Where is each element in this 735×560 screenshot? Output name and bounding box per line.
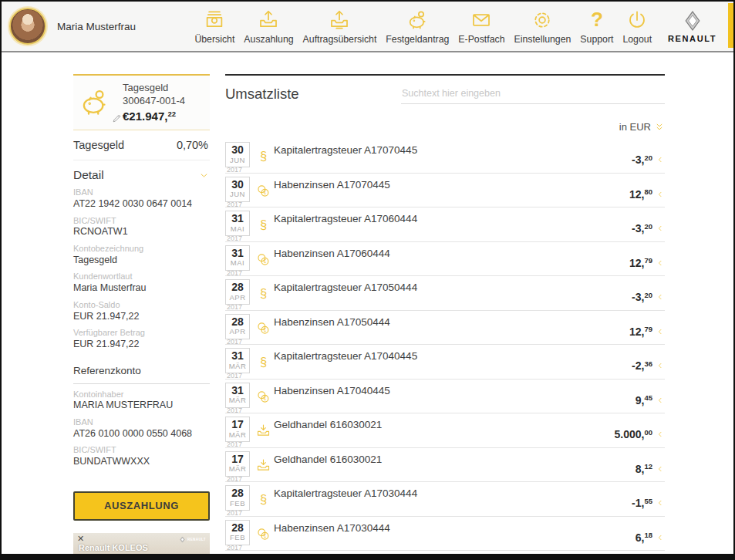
chevron-left-icon — [656, 465, 664, 473]
nav-item[interactable]: Einstellungen — [514, 7, 572, 46]
field-label: Kontoinhaber — [73, 390, 210, 400]
transaction-row[interactable]: 28 FEB 2017 Kapitalertragsteuer A1703044… — [225, 482, 665, 517]
renault-diamond-icon — [681, 9, 704, 32]
piggy-icon — [406, 8, 429, 32]
koleos-ad-banner[interactable]: ✕ Renault KOLEOS Crossover by Renault JE… — [73, 533, 210, 560]
main-navigation: Übersicht Auszahlung Auftragsübersicht F… — [194, 7, 657, 46]
nav-item[interactable]: Auszahlung — [243, 7, 294, 46]
rate-label: Tagesgeld — [73, 139, 124, 151]
transaction-row[interactable]: 28 APR 2017 Kapitalertragsteuer A1705044… — [225, 276, 665, 311]
field-value: MARIA MUSTERFRAU — [73, 400, 210, 412]
transaction-row[interactable]: 31 MÄR 2017 Kapitalertragsteuer A1704044… — [225, 345, 665, 380]
detail-fields: IBAN AT22 1942 0030 0647 0014 BIC/SWIFT … — [73, 187, 210, 350]
edit-pencil-icon[interactable] — [112, 113, 122, 123]
nav-item-label: Übersicht — [194, 34, 234, 45]
transaction-year: 2017 — [227, 338, 242, 346]
transaction-row[interactable]: 31 MÄR 2017 Habenzinsen A17040445 9,45 — [225, 380, 665, 414]
field-value: Tagesgeld — [73, 255, 210, 267]
nav-item[interactable]: E-Postfach — [457, 7, 505, 46]
nav-item-label: E-Postfach — [458, 34, 504, 45]
ad-title: Renault KOLEOS — [79, 543, 148, 552]
close-icon[interactable]: ✕ — [77, 535, 84, 543]
reference-fields: Kontoinhaber MARIA MUSTERFRAU IBAN AT26 … — [73, 390, 210, 468]
field-label: Kontobezeichnung — [73, 244, 210, 255]
paragraph-icon — [255, 148, 271, 164]
account-number: 300647-001-4 — [123, 95, 185, 108]
transaction-day: 30 — [226, 179, 249, 191]
chevron-left-icon — [656, 224, 664, 232]
nav-item[interactable]: Logout — [622, 7, 652, 46]
nav-item[interactable]: Auftragsübersicht — [302, 7, 378, 46]
transaction-date: 28 FEB — [225, 520, 250, 545]
payout-button[interactable]: AUSZAHLUNG — [73, 491, 210, 521]
chevron-left-icon — [656, 396, 664, 404]
transaction-amount: -2,36 — [632, 359, 652, 372]
account-product: Tagesgeld — [123, 82, 185, 95]
transaction-month: FEB — [226, 533, 249, 541]
transactions-panel: Umsatzliste in EUR 30 JUN 2017 Kapitaler… — [225, 74, 665, 551]
nav-item[interactable]: Übersicht — [194, 7, 235, 46]
transaction-description: Habenzinsen A17070445 — [274, 179, 390, 191]
user-name: Maria Musterfrau — [57, 21, 136, 32]
field-value: RCNOATW1 — [73, 226, 210, 238]
field-label: IBAN — [73, 417, 210, 428]
transaction-day: 28 — [226, 487, 249, 499]
transaction-row[interactable]: 17 MÄR 2017 Geldhandel 616030021 5.000,0… — [225, 413, 665, 448]
sort-descending-icon — [654, 122, 665, 133]
detail-field: Kontobezeichnung Tagesgeld — [73, 244, 210, 266]
transaction-description: Kapitalertragsteuer A17060444 — [274, 213, 417, 224]
transaction-date: 17 MÄR — [225, 451, 250, 477]
transaction-date: 31 MÄR — [225, 383, 250, 408]
nav-item-label: Support — [580, 34, 613, 45]
field-value: Maria Musterfrau — [73, 282, 210, 295]
transaction-row[interactable]: 17 MÄR 2017 Geldhandel 616030021 8,12 — [225, 448, 665, 483]
transaction-row[interactable]: 30 JUN 2017 Kapitalertragsteuer A1707044… — [225, 139, 665, 174]
field-label: BIC/SWIFT — [73, 445, 210, 456]
renault-diamond-icon — [179, 536, 186, 543]
transaction-year: 2017 — [227, 475, 242, 483]
transaction-row[interactable]: 28 FEB 2017 Habenzinsen A17030444 6,18 — [225, 517, 665, 552]
transaction-month: MÄR — [226, 430, 249, 439]
nav-item[interactable]: Support — [579, 7, 614, 46]
transaction-description: Kapitalertragsteuer A17030444 — [274, 487, 417, 499]
transaction-row[interactable]: 31 MAI 2017 Habenzinsen A17060444 12,79 — [225, 242, 665, 277]
transaction-year: 2017 — [227, 269, 242, 277]
field-label: BIC/SWIFT — [73, 216, 210, 227]
transaction-day: 28 — [226, 316, 249, 328]
detail-section-toggle[interactable]: Detail — [73, 168, 210, 182]
account-card[interactable]: Tagesgeld 300647-001-4 €21.947,22 — [73, 74, 210, 130]
transaction-day: 17 — [226, 454, 249, 465]
transaction-date: 30 JUN — [225, 177, 250, 202]
currency-sort-control[interactable]: in EUR — [619, 121, 665, 133]
transaction-row[interactable]: 31 MAI 2017 Kapitalertragsteuer A1706044… — [225, 207, 665, 242]
transaction-month: APR — [226, 293, 249, 302]
reference-field: BIC/SWIFT BUNDATWWXXX — [73, 445, 210, 467]
transaction-month: MAI — [226, 224, 249, 233]
coins-icon — [255, 526, 271, 542]
field-label: IBAN — [73, 187, 210, 198]
mail-icon — [470, 8, 493, 32]
field-value: EUR 21.947,22 — [73, 339, 210, 351]
ad-subtitle: Crossover by Renault — [79, 554, 120, 558]
transaction-amount: 12,79 — [629, 326, 652, 338]
interest-rate-row: Tagesgeld 0,70% — [73, 130, 210, 160]
user-avatar[interactable] — [9, 8, 46, 45]
transaction-row[interactable]: 28 APR 2017 Habenzinsen A17050444 12,79 — [225, 311, 665, 346]
banking-window: Maria Musterfrau Übersicht Auszahlung Au… — [0, 0, 735, 560]
transaction-description: Geldhandel 616030021 — [274, 419, 382, 430]
detail-field: IBAN AT22 1942 0030 0647 0014 — [73, 187, 210, 210]
transaction-description: Kapitalertragsteuer A17040445 — [274, 350, 417, 362]
detail-field: Kundenwortlaut Maria Musterfrau — [73, 272, 210, 294]
chevron-left-icon — [656, 156, 664, 164]
transaction-row[interactable]: 30 JUN 2017 Habenzinsen A17070445 12,80 — [225, 174, 665, 208]
transaction-date: 17 MÄR — [225, 417, 250, 442]
nav-item[interactable]: Festgeldantrag — [385, 7, 450, 46]
transaction-month: MÄR — [226, 464, 249, 473]
field-value: AT26 0100 0000 0550 4068 — [73, 428, 210, 440]
search-input[interactable] — [401, 86, 665, 104]
nav-item-label: Festgeldantrag — [386, 34, 449, 45]
chevron-left-icon — [656, 534, 664, 541]
currency-label: in EUR — [619, 121, 651, 133]
transaction-year: 2017 — [227, 303, 242, 311]
transaction-amount: 8,12 — [636, 463, 652, 475]
